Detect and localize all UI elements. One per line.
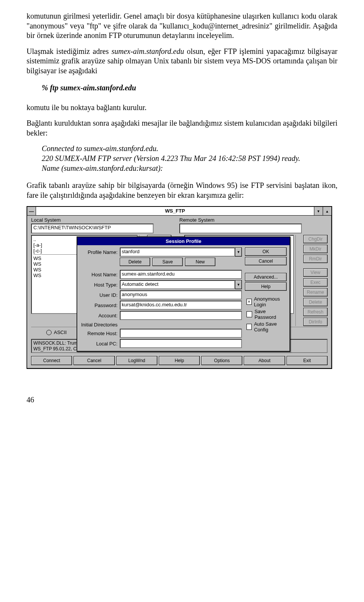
- view-button[interactable]: View: [303, 268, 328, 277]
- dirinfo-button[interactable]: DirInfo: [303, 318, 328, 326]
- connect-button[interactable]: Connect: [31, 356, 72, 365]
- output-line: 220 SUMEX-AIM FTP server (Version 4.223 …: [42, 154, 337, 164]
- rename-button[interactable]: Rename: [303, 288, 328, 296]
- local-pc-label: Local PC:: [80, 341, 118, 347]
- refresh-button[interactable]: Refresh: [303, 308, 328, 316]
- host-name-input[interactable]: sumex-aim.stanford.edu: [120, 270, 242, 279]
- host-type-label: Host Type:: [80, 282, 118, 288]
- remote-path-input[interactable]: [179, 224, 302, 233]
- account-label: Account:: [80, 313, 118, 318]
- maximize-button[interactable]: ▴: [323, 207, 331, 215]
- checkbox-icon: [246, 311, 252, 317]
- advanced-button[interactable]: Advanced...: [245, 273, 287, 281]
- ascii-radio[interactable]: ASCII: [46, 329, 67, 335]
- ok-button[interactable]: OK: [245, 247, 287, 256]
- account-input[interactable]: [120, 311, 242, 320]
- scrollbar[interactable]: [295, 235, 302, 326]
- profile-name-input[interactable]: stanford: [120, 247, 235, 257]
- paragraph: Ulaşmak istediğimiz adres sumex-aim.stan…: [27, 47, 337, 76]
- local-system-label: Local System: [31, 217, 179, 223]
- checkbox-icon: [246, 324, 252, 330]
- dialog-title-bar: Session Profile: [77, 237, 290, 245]
- checkbox-label: Anonymous Login: [254, 296, 287, 307]
- auto-save-config-checkbox[interactable]: Auto Save Config: [245, 321, 287, 333]
- radio-label: ASCII: [54, 329, 67, 335]
- user-id-label: User ID:: [80, 292, 118, 298]
- minimize-button[interactable]: ▾: [314, 207, 323, 215]
- address-italic: sumex-aim.stanford.edu: [111, 47, 184, 55]
- host-type-input[interactable]: Automatic detect: [120, 280, 235, 289]
- remote-host-input[interactable]: [120, 329, 242, 338]
- exec-button[interactable]: Exec: [303, 278, 328, 287]
- output-line: Connected to sumex-aim.stanford.edu.: [42, 144, 337, 154]
- password-label: Password:: [80, 303, 118, 308]
- sysmenu-button[interactable]: —: [27, 207, 36, 215]
- paragraph: komutunun girilmesi yeterlidir. Genel am…: [27, 11, 337, 41]
- logwnd-button[interactable]: LogWnd: [116, 356, 157, 365]
- paragraph: Grafik tabanlı arayüze sahip bir bilgisa…: [27, 181, 337, 200]
- checkbox-label: Save Password: [254, 309, 287, 320]
- session-profile-dialog: Session Profile Profile Name: stanford ▼…: [77, 236, 290, 352]
- local-path-input[interactable]: C:\INTERNET\TWINSOCK\WSFTP: [31, 224, 154, 233]
- local-pc-input[interactable]: [120, 339, 242, 348]
- text: Ulaşmak istediğimiz adres: [27, 47, 111, 55]
- wsftp-window: — WS_FTP ▾ ▴ Local System Remote System …: [27, 206, 332, 369]
- remote-host-label: Remote Host:: [80, 331, 118, 336]
- save-button[interactable]: Save: [152, 258, 183, 266]
- checkbox-icon: ×: [246, 299, 252, 305]
- dialog-title: Session Profile: [80, 238, 287, 244]
- user-id-input[interactable]: anonymous: [120, 290, 242, 299]
- save-password-checkbox[interactable]: Save Password: [245, 309, 287, 320]
- help-button[interactable]: Help: [159, 356, 200, 365]
- paragraph: Bağlantı kurulduktan sonra aşağıdaki mes…: [27, 118, 337, 138]
- cancel-button[interactable]: Cancel: [74, 356, 115, 365]
- output-line: Name (sumex-aim.stanford.edu:kursat):: [42, 164, 337, 173]
- initial-dirs-label: Initial Directories: [80, 322, 118, 328]
- title-bar: — WS_FTP ▾ ▴: [27, 207, 331, 216]
- anonymous-login-checkbox[interactable]: × Anonymous Login: [245, 296, 287, 307]
- cancel-button[interactable]: Cancel: [245, 257, 287, 265]
- paragraph: komutu ile bu noktaya bağlantı kurulur.: [27, 103, 337, 113]
- delete-button[interactable]: Delete: [303, 298, 328, 306]
- command-line: % ftp sumex-aim.stanford.edu: [42, 84, 337, 92]
- window-title: WS_FTP: [36, 207, 314, 215]
- about-button[interactable]: About: [244, 356, 285, 365]
- chgdir-button[interactable]: ChgDir: [303, 235, 328, 243]
- dropdown-icon[interactable]: ▼: [235, 280, 242, 289]
- mkdir-button[interactable]: MkDir: [303, 245, 328, 253]
- help-button[interactable]: Help: [245, 282, 287, 291]
- dropdown-icon[interactable]: ▼: [235, 247, 242, 257]
- remote-system-label: Remote System: [179, 217, 328, 223]
- profile-name-label: Profile Name:: [80, 249, 118, 255]
- password-input[interactable]: kursat@knidos.cc.metu.edu.tr: [120, 301, 242, 310]
- new-button[interactable]: New: [185, 258, 215, 266]
- delete-button[interactable]: Delete: [120, 258, 150, 266]
- radio-icon: [46, 330, 52, 335]
- exit-button[interactable]: Exit: [287, 356, 328, 365]
- server-output: Connected to sumex-aim.stanford.edu. 220…: [42, 144, 337, 173]
- options-button[interactable]: Options: [201, 356, 242, 365]
- host-name-label: Host Name:: [80, 272, 118, 277]
- page-number: 46: [27, 396, 337, 404]
- rmdir-button[interactable]: RmDir: [303, 255, 328, 263]
- checkbox-label: Auto Save Config: [254, 321, 287, 333]
